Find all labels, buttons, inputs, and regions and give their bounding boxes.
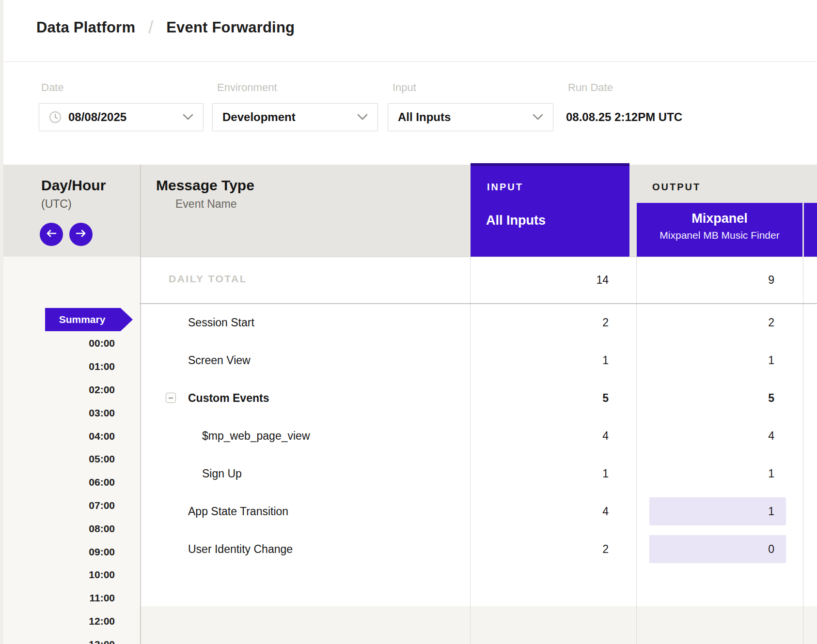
output-count: 5: [649, 379, 786, 417]
chevron-down-icon: [533, 114, 543, 121]
previous-day-button[interactable]: [40, 223, 63, 246]
table-row: Custom Events 5 5: [140, 379, 817, 417]
event-label: User Identity Change: [188, 530, 293, 568]
date-value: 08/08/2025: [68, 110, 126, 124]
event-label: Sign Up: [202, 455, 242, 492]
event-rows: Session Start 2 2 Screen View 1 1 Custom…: [140, 304, 817, 568]
event-label: Screen View: [188, 341, 251, 379]
hour-item-09[interactable]: 09:00: [57, 540, 115, 564]
hour-item-07[interactable]: 07:00: [57, 494, 115, 517]
breadcrumb-section[interactable]: Data Platform: [36, 19, 135, 36]
event-label: $mp_web_page_view: [202, 417, 310, 455]
table-header: Day/Hour (UTC) Message Type Event Name I…: [0, 165, 817, 257]
output-count: 1: [649, 455, 786, 492]
arrow-left-icon: [46, 230, 57, 239]
environment-dropdown[interactable]: Development: [212, 103, 378, 131]
page-left-edge: [0, 0, 3, 644]
day-hour-rail: Summary 00:00 01:00 02:00 03:00 04:00 05…: [0, 257, 140, 644]
breadcrumb-bar: Data Platform / Event Forwarding: [0, 0, 817, 62]
table-row: Session Start 2 2: [140, 304, 817, 341]
chevron-down-icon: [183, 114, 193, 121]
input-count: 1: [470, 341, 609, 379]
table-row: User Identity Change 2 0: [140, 530, 817, 568]
input-value: All Inputs: [398, 110, 451, 124]
chevron-down-icon: [357, 114, 368, 121]
output-count: 1: [649, 341, 786, 379]
event-label: Session Start: [188, 304, 254, 341]
hour-item-01[interactable]: 01:00: [57, 355, 115, 378]
table-row: $mp_web_page_view 4 4: [140, 417, 817, 455]
input-column-header[interactable]: INPUT All Inputs: [471, 163, 629, 257]
output-column-header-mixpanel[interactable]: Mixpanel Mixpanel MB Music Finder: [637, 203, 802, 257]
output-column-title: Mixpanel: [637, 211, 802, 226]
output-count: 2: [649, 304, 786, 341]
output-count-highlighted: 0: [649, 535, 786, 563]
day-hour-timezone: (UTC): [41, 198, 72, 211]
run-date-label: Run Date: [568, 81, 613, 94]
hour-item-10[interactable]: 10:00: [57, 563, 115, 586]
daily-total-output-value: 9: [649, 257, 786, 304]
hour-item-04[interactable]: 04:00: [57, 425, 115, 448]
message-type-header: Message Type: [156, 177, 254, 194]
table-footer-band: [140, 606, 817, 644]
output-count-highlighted: 1: [649, 497, 786, 525]
run-date-value: 08.08.25 2:12PM UTC: [566, 103, 682, 131]
breadcrumb-separator: /: [148, 17, 153, 38]
daily-total-input-value: 14: [470, 257, 609, 304]
event-label: App State Transition: [188, 492, 288, 530]
input-count: 4: [470, 417, 609, 455]
next-day-button[interactable]: [69, 223, 93, 246]
input-count: 5: [470, 379, 609, 417]
daily-total-label: DAILY TOTAL: [169, 273, 247, 285]
collapse-toggle-icon[interactable]: [166, 393, 176, 403]
summary-selector[interactable]: Summary: [45, 308, 133, 331]
output-section-label: OUTPUT: [652, 182, 701, 193]
input-count: 4: [470, 492, 609, 530]
input-count: 2: [470, 304, 609, 341]
breadcrumb: Data Platform / Event Forwarding: [36, 17, 295, 38]
clock-icon: [49, 111, 62, 123]
input-column-accent-strip: [471, 163, 629, 166]
input-count: 1: [470, 455, 609, 492]
input-count: 2: [470, 530, 609, 568]
date-dropdown[interactable]: 08/08/2025: [39, 103, 204, 131]
hour-item-05[interactable]: 05:00: [57, 447, 115, 471]
day-hour-header: Day/Hour: [41, 177, 106, 194]
hour-item-03[interactable]: 03:00: [57, 401, 115, 425]
output-column-header-next-partial[interactable]: [804, 203, 817, 257]
daily-total-row: DAILY TOTAL 14 9: [140, 257, 817, 304]
input-section-label: INPUT: [487, 182, 523, 193]
hour-item-12[interactable]: 12:00: [57, 610, 115, 633]
event-name-subheader: Event Name: [175, 198, 237, 211]
table-row: Sign Up 1 1: [140, 455, 817, 492]
output-count: 4: [649, 417, 786, 455]
arrow-right-icon: [75, 230, 87, 239]
hour-item-08[interactable]: 08:00: [57, 517, 115, 540]
date-filter-label: Date: [41, 81, 63, 94]
filter-bar: Date Environment Input Run Date 08/08/20…: [0, 62, 817, 165]
environment-filter-label: Environment: [217, 81, 277, 94]
hour-item-11[interactable]: 11:00: [57, 586, 115, 610]
table-row: App State Transition 4 1: [140, 492, 817, 530]
hour-item-02[interactable]: 02:00: [57, 378, 115, 401]
input-column-title: All Inputs: [486, 213, 546, 228]
hour-item-00[interactable]: 00:00: [57, 332, 115, 355]
hour-item-13[interactable]: 13:00: [57, 633, 115, 644]
environment-value: Development: [222, 110, 296, 124]
event-label: Custom Events: [188, 379, 269, 417]
input-filter-label: Input: [393, 81, 416, 94]
input-dropdown[interactable]: All Inputs: [388, 103, 553, 131]
hour-item-06[interactable]: 06:00: [57, 471, 115, 494]
output-column-subtitle: Mixpanel MB Music Finder: [637, 230, 802, 241]
table-row: Screen View 1 1: [140, 341, 817, 379]
page-title: Event Forwarding: [166, 19, 295, 36]
